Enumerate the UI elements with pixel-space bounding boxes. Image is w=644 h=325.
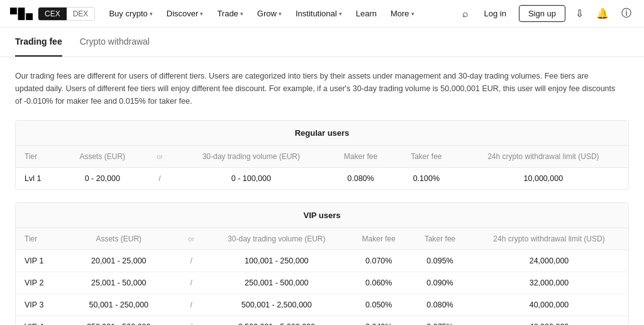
cell-assets: 50,001 - 250,000 [61, 294, 177, 316]
chevron-down-icon: ▾ [411, 11, 414, 17]
description-text: Our trading fees are different for users… [15, 70, 619, 107]
cell-taker: 0.090% [410, 272, 470, 294]
chevron-down-icon: ▾ [200, 11, 203, 17]
col-maker: Maker fee [327, 146, 394, 168]
cell-sep: / [177, 250, 206, 272]
nav-learn[interactable]: Learn [350, 0, 383, 28]
nav-grow-label: Grow [257, 9, 277, 18]
cell-sep: / [144, 168, 175, 190]
cell-limit: 24,000,000 [470, 250, 628, 272]
cell-tier: VIP 2 [16, 272, 61, 294]
cell-limit: 40,000,000 [470, 294, 628, 316]
cell-tier: VIP 1 [16, 250, 61, 272]
cell-limit: 32,000,000 [470, 272, 628, 294]
cex-tab[interactable]: CEX [38, 8, 67, 20]
vip-users-table: Tier Assets (EUR) or 30-day trading volu… [16, 228, 628, 325]
nav-more[interactable]: More ▾ [384, 0, 421, 28]
cell-assets: 0 - 20,000 [61, 168, 144, 190]
tab-trading-fee[interactable]: Trading fee [15, 28, 62, 57]
cell-assets: 20,001 - 25,000 [61, 250, 177, 272]
svg-rect-0 [10, 8, 17, 14]
nav-trade-label: Trade [217, 9, 238, 18]
cell-limit: 48,000,000 [470, 316, 628, 326]
cell-volume: 500,001 - 2,500,000 [206, 294, 347, 316]
regular-table-header: Tier Assets (EUR) or 30-day trading volu… [16, 146, 628, 168]
chevron-down-icon: ▾ [279, 11, 282, 17]
table-row: VIP 2 25,001 - 50,000 / 250,001 - 500,00… [16, 272, 628, 294]
col-assets: Assets (EUR) [61, 228, 177, 250]
nav-right: ⌕ Log in Sign up ⇩ 🔔 ⓘ [460, 4, 634, 23]
cell-assets: 25,001 - 50,000 [61, 272, 177, 294]
logo [10, 8, 33, 20]
cell-volume: 250,001 - 500,000 [206, 272, 347, 294]
help-icon[interactable]: ⓘ [619, 4, 634, 23]
cex-dex-tabs: CEX DEX [38, 7, 95, 21]
table-row: Lvl 1 0 - 20,000 / 0 - 100,000 0.080% 0.… [16, 168, 628, 190]
regular-users-section: Regular users Tier Assets (EUR) or 30-da… [15, 120, 629, 190]
cell-sep: / [177, 272, 206, 294]
cell-volume: 0 - 100,000 [175, 168, 327, 190]
table-row: VIP 3 50,001 - 250,000 / 500,001 - 2,500… [16, 294, 628, 316]
table-row: VIP 1 20,001 - 25,000 / 100,001 - 250,00… [16, 250, 628, 272]
nav-trade[interactable]: Trade ▾ [211, 0, 249, 28]
tab-crypto-withdrawal[interactable]: Crypto withdrawal [80, 28, 150, 57]
chevron-down-icon: ▾ [150, 11, 153, 17]
download-icon[interactable]: ⇩ [573, 5, 586, 22]
search-button[interactable]: ⌕ [460, 6, 471, 22]
navbar: CEX DEX Buy crypto ▾ Discover ▾ Trade ▾ … [0, 0, 644, 28]
nav-discover[interactable]: Discover ▾ [160, 0, 210, 28]
cell-volume: 100,001 - 250,000 [206, 250, 347, 272]
nav-institutional-label: Institutional [296, 9, 337, 18]
nav-buy-crypto-label: Buy crypto [109, 9, 147, 18]
chevron-down-icon: ▾ [240, 11, 243, 17]
col-limit: 24h crypto withdrawal limit (USD) [458, 146, 628, 168]
col-taker: Taker fee [410, 228, 470, 250]
nav-buy-crypto[interactable]: Buy crypto ▾ [103, 0, 158, 28]
cell-taker: 0.075% [410, 316, 470, 326]
col-tier: Tier [16, 146, 61, 168]
page-content: Our trading fees are different for users… [0, 57, 644, 325]
vip-users-title: VIP users [16, 203, 628, 228]
svg-rect-3 [26, 13, 33, 20]
col-tier: Tier [16, 228, 61, 250]
cell-taker: 0.100% [394, 168, 458, 190]
col-assets: Assets (EUR) [61, 146, 144, 168]
table-row: VIP 4 250,001 - 500,000 / 2,500,001 - 5,… [16, 316, 628, 326]
page-tabs: Trading fee Crypto withdrawal [0, 28, 644, 57]
col-maker: Maker fee [347, 228, 410, 250]
signup-button[interactable]: Sign up [519, 5, 565, 22]
vip-users-section: VIP users Tier Assets (EUR) or 30-day tr… [15, 202, 629, 325]
cell-limit: 10,000,000 [458, 168, 628, 190]
chevron-down-icon: ▾ [339, 11, 342, 17]
notification-icon[interactable]: 🔔 [594, 5, 611, 22]
nav-institutional[interactable]: Institutional ▾ [289, 0, 348, 28]
nav-links: Buy crypto ▾ Discover ▾ Trade ▾ Grow ▾ I… [103, 0, 460, 28]
cell-tier: VIP 4 [16, 316, 61, 326]
cell-maker: 0.060% [347, 272, 410, 294]
col-or: or [144, 146, 175, 168]
cell-maker: 0.040% [347, 316, 410, 326]
col-or: or [177, 228, 206, 250]
cell-taker: 0.080% [410, 294, 470, 316]
col-volume: 30-day trading volume (EUR) [175, 146, 327, 168]
login-button[interactable]: Log in [479, 9, 511, 18]
cell-maker: 0.080% [327, 168, 394, 190]
regular-users-table: Tier Assets (EUR) or 30-day trading volu… [16, 146, 628, 189]
cell-tier: Lvl 1 [16, 168, 61, 190]
nav-grow[interactable]: Grow ▾ [251, 0, 288, 28]
svg-rect-2 [18, 13, 25, 20]
col-taker: Taker fee [394, 146, 458, 168]
nav-more-label: More [391, 9, 409, 18]
col-limit: 24h crypto withdrawal limit (USD) [470, 228, 628, 250]
cell-maker: 0.070% [347, 250, 410, 272]
vip-table-header: Tier Assets (EUR) or 30-day trading volu… [16, 228, 628, 250]
nav-learn-label: Learn [356, 9, 377, 18]
cell-taker: 0.095% [410, 250, 470, 272]
cell-sep: / [177, 294, 206, 316]
cell-tier: VIP 3 [16, 294, 61, 316]
col-volume: 30-day trading volume (EUR) [206, 228, 347, 250]
cell-assets: 250,001 - 500,000 [61, 316, 177, 326]
cell-maker: 0.050% [347, 294, 410, 316]
cell-sep: / [177, 316, 206, 326]
dex-tab[interactable]: DEX [67, 8, 95, 20]
